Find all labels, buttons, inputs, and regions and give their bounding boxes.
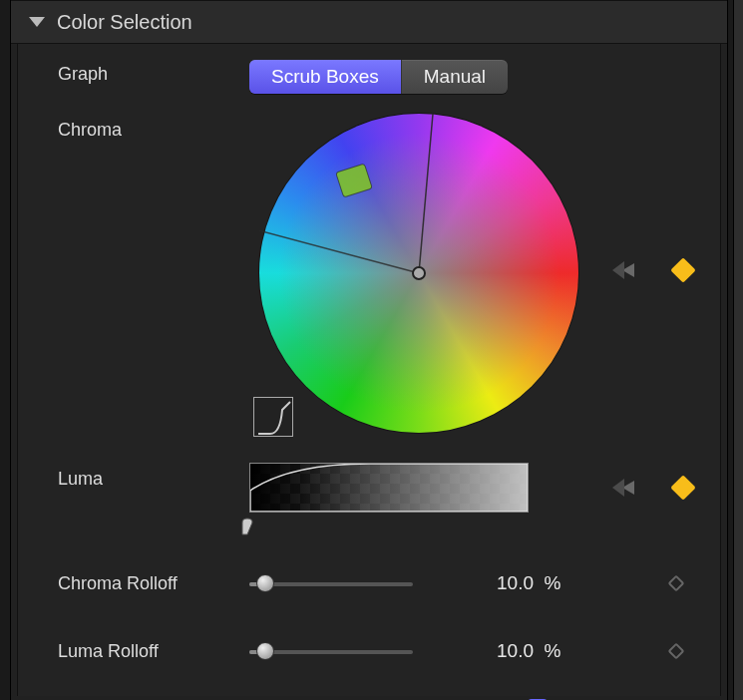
- tab-scrub-boxes[interactable]: Scrub Boxes: [249, 60, 402, 94]
- chroma-rolloff-value[interactable]: 10.0 %: [497, 572, 560, 594]
- chroma-curve-toggle[interactable]: [253, 397, 293, 437]
- reset-arrow-icon[interactable]: [612, 479, 634, 497]
- chroma-rolloff-slider[interactable]: [249, 582, 413, 586]
- luma-label: Luma: [18, 463, 249, 490]
- panel-right-edge: [733, 0, 743, 700]
- fix-video-label: Fix Video: [18, 697, 249, 701]
- graph-row: Graph Scrub Boxes Manual: [18, 58, 720, 94]
- chroma-rolloff-label: Chroma Rolloff: [18, 573, 249, 594]
- value-number: 10.0: [497, 640, 534, 661]
- luma-row: Luma: [18, 463, 720, 513]
- svg-rect-2: [336, 164, 373, 197]
- luma-handle-icon[interactable]: [240, 518, 254, 535]
- chroma-label: Chroma: [18, 114, 249, 141]
- luma-rolloff-slider[interactable]: [249, 650, 413, 654]
- keyframe-diamond-icon[interactable]: [670, 475, 695, 500]
- svg-line-1: [259, 225, 419, 273]
- luma-rolloff-label: Luma Rolloff: [18, 641, 249, 662]
- section-header[interactable]: Color Selection: [11, 0, 727, 44]
- chroma-row: Chroma: [18, 114, 720, 433]
- luma-rolloff-keyframe[interactable]: [670, 645, 682, 657]
- keyframe-diamond-icon[interactable]: [670, 257, 695, 282]
- graph-label: Graph: [18, 58, 249, 85]
- luma-keyframe-controls: [612, 479, 692, 497]
- disclosure-triangle-icon[interactable]: [29, 17, 45, 27]
- slider-thumb[interactable]: [256, 642, 274, 660]
- value-unit: %: [545, 640, 561, 661]
- keyframe-diamond-icon[interactable]: [668, 575, 685, 592]
- reset-arrow-icon[interactable]: [612, 261, 634, 279]
- chroma-keyframe-controls: [612, 261, 692, 279]
- slider-thumb[interactable]: [256, 574, 274, 592]
- svg-line-0: [419, 114, 433, 273]
- luma-rolloff-value[interactable]: 10.0 %: [497, 640, 560, 662]
- chroma-wheel[interactable]: [259, 114, 578, 433]
- luma-rolloff-row: Luma Rolloff 10.0 %: [18, 626, 720, 676]
- fix-video-row: Fix Video: [18, 690, 720, 700]
- inspector-panel: Color Selection Graph Scrub Boxes Manual…: [10, 0, 728, 700]
- section-body: Graph Scrub Boxes Manual Chroma: [17, 44, 721, 696]
- value-number: 10.0: [497, 572, 534, 593]
- luma-gradient[interactable]: [249, 463, 529, 513]
- graph-mode-segmented: Scrub Boxes Manual: [249, 60, 508, 94]
- luma-curve-overlay: [250, 464, 528, 512]
- keyframe-diamond-icon[interactable]: [668, 643, 685, 660]
- wheel-center-handle[interactable]: [412, 266, 426, 280]
- tab-manual[interactable]: Manual: [402, 60, 508, 94]
- chroma-rolloff-row: Chroma Rolloff 10.0 %: [18, 558, 720, 608]
- chroma-rolloff-keyframe[interactable]: [670, 577, 682, 589]
- section-title: Color Selection: [57, 11, 192, 34]
- value-unit: %: [545, 572, 561, 593]
